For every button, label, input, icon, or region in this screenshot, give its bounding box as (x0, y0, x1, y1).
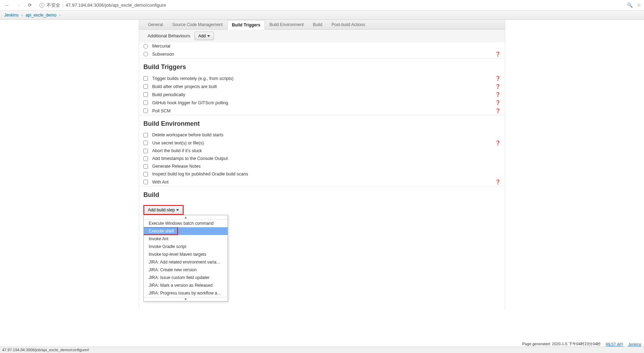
dropdown-item[interactable]: JIRA: Mark a version as Released (144, 281, 228, 289)
scm-radio-mercurial[interactable] (143, 44, 148, 49)
dropdown-scroll-up[interactable]: ▲ (144, 215, 228, 219)
address-bar[interactable]: i 不安全 | 47.97.194.84:3006/job/api_excle_… (37, 1, 624, 10)
secret-text-checkbox[interactable] (143, 141, 148, 145)
info-icon[interactable]: i (39, 3, 44, 8)
chevron-right-icon: › (21, 13, 23, 18)
browser-chrome: ← → ⟳ i 不安全 | 47.97.194.84:3006/job/api_… (0, 0, 644, 11)
help-icon[interactable]: ❓ (495, 92, 501, 97)
reload-button[interactable]: ⟳ (25, 1, 34, 10)
caret-down-icon (176, 209, 179, 211)
additional-behaviours-label: Additional Behaviours (148, 33, 190, 38)
trigger-remote-checkbox[interactable] (143, 76, 148, 81)
gradle-scans-checkbox[interactable] (143, 172, 148, 176)
scm-label: Subversion (152, 52, 174, 57)
dropdown-item[interactable]: JIRA: Progress issues by workflow action (144, 289, 228, 297)
help-icon[interactable]: ❓ (495, 76, 501, 81)
timestamps-checkbox[interactable] (143, 156, 148, 161)
forward-button[interactable]: → (14, 1, 23, 10)
breadcrumb-item[interactable]: api_excle_demo (26, 13, 56, 18)
scm-radio-subversion[interactable] (143, 52, 148, 56)
poll-scm-checkbox[interactable] (143, 109, 148, 113)
url-text: 47.97.194.84:3006/job/api_excle_demo/con… (66, 2, 166, 8)
tab-build-env[interactable]: Build Environment (265, 20, 308, 29)
caret-down-icon (207, 35, 210, 37)
help-icon[interactable]: ❓ (495, 84, 501, 89)
scm-label: Mercurial (152, 44, 170, 49)
help-icon[interactable]: ❓ (495, 140, 501, 145)
release-notes-checkbox[interactable] (143, 164, 148, 169)
tab-bar: General Source Code Management Build Tri… (139, 20, 505, 30)
abort-stuck-checkbox[interactable] (143, 149, 148, 153)
with-ant-checkbox[interactable] (143, 180, 148, 184)
section-build-triggers-title: Build Triggers (139, 58, 505, 74)
dropdown-item[interactable]: Invoke top-level Maven targets (144, 250, 228, 258)
delete-ws-checkbox[interactable] (143, 133, 148, 137)
add-build-step-button[interactable]: Add build step (144, 206, 183, 214)
star-icon[interactable]: ☆ (637, 2, 641, 8)
tab-build-triggers[interactable]: Build Triggers (227, 20, 265, 30)
help-icon[interactable]: ❓ (495, 179, 501, 185)
scm-option-row: Mercurial (139, 42, 505, 50)
annotation-highlight: Add build step (143, 205, 184, 215)
dropdown-item-execute-shell[interactable]: Execute shell (144, 227, 228, 235)
dropdown-item[interactable]: Execute Windows batch command (144, 219, 228, 227)
scm-option-row: Subversion ❓ (139, 50, 505, 58)
dropdown-item[interactable]: Invoke Ant (144, 235, 228, 243)
back-button[interactable]: ← (3, 1, 11, 10)
chevron-right-icon: › (59, 13, 61, 18)
add-behaviour-button[interactable]: Add (194, 32, 214, 40)
additional-behaviours-row: Additional Behaviours Add (139, 30, 505, 42)
insecure-label: 不安全 (47, 2, 60, 8)
help-icon[interactable]: ❓ (495, 100, 501, 105)
build-step-dropdown: ▲ Execute Windows batch command Execute … (143, 215, 228, 302)
tab-general[interactable]: General (143, 20, 168, 29)
section-build-title: Build (139, 186, 505, 202)
tab-postbuild[interactable]: Post-build Actions (327, 20, 370, 29)
help-icon[interactable]: ❓ (495, 51, 501, 57)
config-panel: General Source Code Management Build Tri… (139, 20, 505, 310)
tab-scm[interactable]: Source Code Management (168, 20, 227, 29)
breadcrumb-item[interactable]: Jenkins (4, 13, 19, 18)
github-hook-checkbox[interactable] (143, 100, 148, 105)
section-build-env-title: Build Environment (139, 115, 505, 131)
dropdown-scroll-down[interactable]: ▼ (144, 297, 228, 301)
dropdown-item[interactable]: JIRA: Issue custom field updater (144, 274, 228, 281)
breadcrumb: Jenkins › api_excle_demo › (0, 11, 644, 20)
build-after-checkbox[interactable] (143, 84, 148, 89)
dropdown-item[interactable]: Invoke Gradle script (144, 243, 228, 250)
zoom-icon[interactable]: 🔍 (627, 2, 633, 8)
build-periodically-checkbox[interactable] (143, 92, 148, 97)
tab-build[interactable]: Build (308, 20, 327, 29)
dropdown-item[interactable]: JIRA: Add related environment variables … (144, 258, 228, 266)
help-icon[interactable]: ❓ (495, 108, 501, 113)
dropdown-item[interactable]: JIRA: Create new version (144, 266, 228, 274)
